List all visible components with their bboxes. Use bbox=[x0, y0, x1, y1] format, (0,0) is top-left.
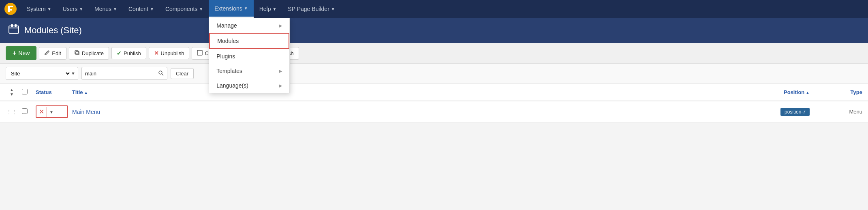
nav-content-caret: ▼ bbox=[150, 7, 154, 11]
dropdown-item-modules[interactable]: Modules bbox=[209, 33, 289, 49]
svg-rect-5 bbox=[75, 51, 78, 54]
drag-handle-icon[interactable]: ⋮⋮ bbox=[6, 109, 17, 115]
nav-menus-label: Menus bbox=[94, 6, 111, 12]
new-button-label: New bbox=[18, 50, 30, 56]
clear-button[interactable]: Clear bbox=[171, 68, 194, 79]
status-toggle-button[interactable]: ✕ bbox=[36, 106, 47, 117]
svg-rect-4 bbox=[76, 51, 79, 55]
nav-extensions-link[interactable]: Extensions ▼ bbox=[209, 0, 253, 18]
nav-system-link[interactable]: System ▼ bbox=[21, 0, 57, 18]
nav-content-link[interactable]: Content ▼ bbox=[123, 0, 160, 18]
dropdown-languages-label: Language(s) bbox=[216, 82, 248, 89]
nav-system[interactable]: System ▼ bbox=[21, 0, 57, 18]
type-label: Menu bbox=[849, 109, 862, 115]
status-dropdown-button[interactable]: ▼ bbox=[47, 107, 56, 116]
unpublish-button-label: Unpublish bbox=[161, 50, 184, 56]
row-type: Menu bbox=[814, 109, 862, 115]
nav-components[interactable]: Components ▼ bbox=[160, 0, 209, 18]
module-title-link[interactable]: Main Menu bbox=[72, 109, 100, 115]
edit-button-label: Edit bbox=[52, 50, 61, 56]
position-badge: position-7 bbox=[780, 108, 810, 116]
nav-menus[interactable]: Menus ▼ bbox=[89, 0, 123, 18]
unpublish-icon: ✕ bbox=[154, 50, 159, 56]
site-filter[interactable]: Site ▼ bbox=[6, 67, 78, 80]
sort-up-icon: ▲ bbox=[10, 88, 14, 92]
nav-system-caret: ▼ bbox=[47, 7, 51, 11]
nav-sp-caret: ▼ bbox=[331, 7, 335, 11]
svg-line-10 bbox=[162, 74, 163, 75]
select-all-checkbox-container[interactable] bbox=[22, 89, 32, 96]
dropdown-item-templates[interactable]: Templates ▶ bbox=[209, 64, 289, 78]
checkin-icon bbox=[197, 50, 203, 57]
nav-components-label: Components bbox=[165, 6, 197, 12]
nav-sp-page-builder[interactable]: SP Page Builder ▼ bbox=[282, 0, 340, 18]
sort-column[interactable]: ▲ ▼ bbox=[6, 88, 18, 96]
nav-sp-label: SP Page Builder bbox=[288, 6, 329, 12]
page-header-icon bbox=[8, 24, 19, 37]
page-title: Modules (Site) bbox=[24, 25, 82, 36]
status-button-group: ✕ ▼ bbox=[36, 105, 68, 118]
site-select[interactable]: Site bbox=[6, 67, 71, 79]
nav-users-caret: ▼ bbox=[79, 7, 83, 11]
nav-extensions-label: Extensions bbox=[214, 5, 242, 12]
new-button[interactable]: + New bbox=[6, 46, 36, 60]
select-all-checkbox[interactable] bbox=[22, 89, 28, 94]
col-header-type: Type bbox=[814, 89, 862, 95]
dropdown-languages-arrow: ▶ bbox=[279, 83, 282, 88]
search-button[interactable] bbox=[158, 70, 164, 77]
nav-help-label: Help bbox=[259, 6, 271, 12]
unpublish-button[interactable]: ✕ Unpublish bbox=[149, 47, 190, 59]
svg-rect-3 bbox=[15, 24, 17, 27]
nav-users[interactable]: Users ▼ bbox=[57, 0, 89, 18]
publish-button-label: Publish bbox=[124, 50, 141, 56]
nav-help-link[interactable]: Help ▼ bbox=[254, 0, 282, 18]
duplicate-button[interactable]: Duplicate bbox=[69, 47, 109, 60]
table-row: ⋮⋮ ✕ ▼ Main Menu position-7 Menu bbox=[0, 101, 868, 122]
dropdown-item-languages[interactable]: Language(s) ▶ bbox=[209, 78, 289, 93]
dropdown-manage-label: Manage bbox=[216, 22, 237, 29]
duplicate-button-label: Duplicate bbox=[82, 50, 104, 56]
unpublished-icon: ✕ bbox=[39, 108, 44, 116]
filter-bar: Site ▼ Clear bbox=[0, 64, 868, 84]
edit-icon bbox=[44, 50, 50, 57]
site-select-caret: ▼ bbox=[71, 71, 78, 76]
brand-logo[interactable] bbox=[4, 2, 17, 15]
status-header-label: Status bbox=[36, 89, 52, 95]
search-container bbox=[81, 67, 167, 80]
dropdown-modules-label: Modules bbox=[217, 38, 239, 44]
svg-rect-2 bbox=[11, 24, 13, 27]
nav-sp-link[interactable]: SP Page Builder ▼ bbox=[282, 0, 340, 18]
nav-system-label: System bbox=[27, 6, 46, 12]
type-header-label: Type bbox=[851, 89, 862, 95]
nav-menus-link[interactable]: Menus ▼ bbox=[89, 0, 123, 18]
col-header-title[interactable]: Title bbox=[72, 89, 725, 95]
dropdown-plugins-label: Plugins bbox=[216, 53, 235, 60]
edit-button[interactable]: Edit bbox=[39, 47, 66, 60]
page-header: Modules (Site) bbox=[0, 18, 868, 43]
nav-extensions-caret: ▼ bbox=[244, 6, 248, 11]
nav-components-caret: ▼ bbox=[199, 7, 203, 11]
sort-down-icon: ▼ bbox=[10, 92, 14, 96]
row-checkbox[interactable] bbox=[22, 108, 28, 114]
nav-components-link[interactable]: Components ▼ bbox=[160, 0, 209, 18]
svg-rect-1 bbox=[9, 26, 19, 33]
dropdown-item-plugins[interactable]: Plugins bbox=[209, 49, 289, 64]
duplicate-icon bbox=[74, 50, 80, 57]
search-input[interactable] bbox=[85, 71, 158, 77]
col-header-position[interactable]: Position bbox=[729, 89, 810, 95]
dropdown-item-manage[interactable]: Manage ▶ bbox=[209, 18, 289, 33]
nav-help[interactable]: Help ▼ bbox=[254, 0, 282, 18]
nav-users-link[interactable]: Users ▼ bbox=[57, 0, 89, 18]
title-header-label: Title bbox=[72, 89, 88, 95]
row-position: position-7 bbox=[729, 108, 810, 116]
publish-button[interactable]: ✔ Publish bbox=[111, 47, 146, 59]
nav-content[interactable]: Content ▼ bbox=[123, 0, 160, 18]
nav-extensions[interactable]: Extensions ▼ Manage ▶ Modules Plugins Te… bbox=[209, 0, 253, 18]
top-navbar: System ▼ Users ▼ Menus ▼ Content ▼ Compo… bbox=[0, 0, 868, 18]
modules-table: ▲ ▼ Status Title Position Type ⋮⋮ bbox=[0, 84, 868, 122]
status-caret-icon: ▼ bbox=[49, 110, 53, 114]
row-checkbox-container[interactable] bbox=[22, 108, 32, 115]
nav-help-caret: ▼ bbox=[272, 7, 276, 11]
publish-icon: ✔ bbox=[117, 50, 122, 56]
position-header-label: Position bbox=[784, 89, 810, 95]
